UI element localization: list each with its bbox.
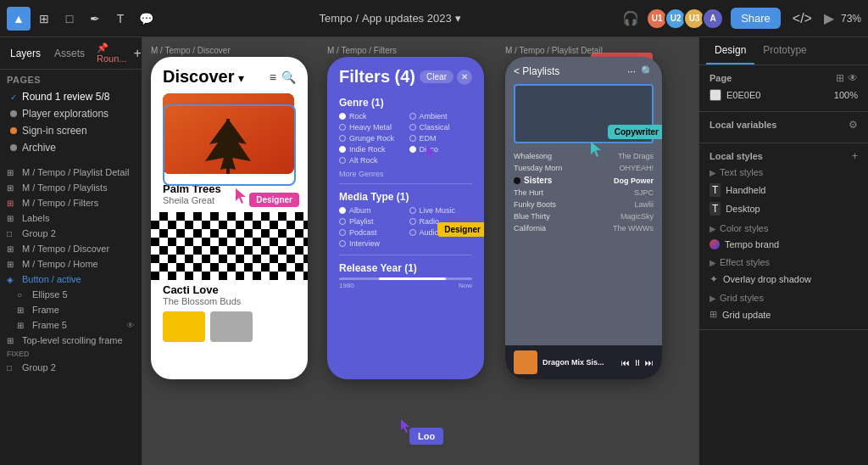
sidebar-add[interactable]: +: [134, 46, 142, 61]
media-live[interactable]: Live Music: [409, 206, 473, 215]
text-style-desktop[interactable]: T Desktop: [709, 199, 858, 218]
media-album[interactable]: Album: [339, 206, 403, 215]
clear-button[interactable]: Clear: [420, 70, 453, 83]
text-tool[interactable]: T: [108, 7, 132, 31]
filters-frame-label: M / Tempo / Filters: [327, 46, 484, 55]
canvas[interactable]: Developer M / Tempo / Discover Discover …: [142, 37, 698, 465]
prev-button[interactable]: ⏮: [621, 358, 630, 367]
zoom-label[interactable]: 73%: [841, 13, 861, 25]
layer-ellipse5[interactable]: ○ Ellipse 5: [0, 287, 142, 302]
effect-styles-expand[interactable]: ▶: [709, 258, 716, 267]
discover-song2-artist: The Blossom Buds: [163, 296, 296, 306]
local-styles-add[interactable]: +: [852, 150, 858, 162]
media-title: Media Type (1): [339, 191, 472, 203]
local-vars-settings[interactable]: ⚙: [849, 119, 858, 131]
layer-group2[interactable]: □ Group 2: [0, 226, 142, 241]
sidebar-pin[interactable]: 📌 Roun...: [97, 42, 126, 64]
grid-styles-group: ▶ Grid styles ⊞ Grid update: [709, 293, 858, 322]
frame-tool[interactable]: ⊞: [32, 7, 56, 31]
select-tool[interactable]: ▲: [7, 7, 31, 31]
more-icon[interactable]: ···: [627, 65, 636, 77]
shape-tool[interactable]: □: [58, 7, 81, 31]
media-interview[interactable]: Interview: [339, 239, 403, 248]
layer-label: Group 2: [22, 362, 56, 373]
genre-edm[interactable]: EDM: [409, 134, 473, 143]
track-row-7: California The WWWs: [514, 222, 654, 234]
search-icon[interactable]: 🔍: [281, 70, 296, 84]
text-style-handheld[interactable]: T Handheld: [709, 181, 858, 199]
layer-home[interactable]: ⊞ M / Tempo / Home: [0, 256, 142, 272]
layer-frame[interactable]: ⊞ Frame: [0, 302, 142, 317]
layer-button-active[interactable]: ◈ Button / active: [0, 272, 142, 287]
layer-discover[interactable]: ⊞ M / Tempo / Discover: [0, 241, 142, 256]
discover-frame-container: M / Tempo / Discover Discover ▾ ≡ 🔍: [151, 46, 308, 379]
layer-frame5[interactable]: ⊞ Frame 5 👁: [0, 317, 142, 333]
page-eye-button[interactable]: 👁: [848, 72, 858, 84]
grid-styles-expand[interactable]: ▶: [709, 294, 716, 303]
page-color-swatch[interactable]: [709, 89, 721, 101]
genre-alt[interactable]: Alt Rock: [339, 156, 403, 165]
playlist-icons: ··· 🔍: [627, 65, 654, 77]
project-name[interactable]: App updates 2023: [362, 12, 452, 25]
grid-style-update[interactable]: ⊞ Grid update: [709, 306, 858, 322]
discover-song2-info: Cacti Love The Blossom Buds: [151, 280, 308, 306]
layer-label: M / Tempo / Playlist Detail: [22, 167, 129, 177]
more-genres[interactable]: More Genres: [327, 168, 484, 180]
pen-tool[interactable]: ✒: [83, 7, 107, 31]
page-item-round1[interactable]: ✓ Round 1 review 5/8: [7, 88, 135, 105]
close-button[interactable]: ✕: [457, 70, 472, 85]
color-style-tempo[interactable]: Tempo brand: [709, 237, 858, 252]
next-button[interactable]: ⏭: [645, 358, 654, 367]
media-podcast[interactable]: Podcast: [339, 228, 403, 237]
layer-frame-icon: ⊞: [7, 168, 19, 177]
layer-playlists[interactable]: ⊞ M / Tempo / Playlists: [0, 180, 142, 195]
tab-assets[interactable]: Assets: [51, 46, 88, 61]
page-item-signin[interactable]: Sign-in screen: [7, 122, 135, 139]
code-button[interactable]: </>: [787, 8, 817, 30]
tab-design[interactable]: Design: [706, 37, 754, 64]
effect-style-shadow[interactable]: ✦ Overlay drop shadow: [709, 271, 858, 288]
page-controls: ⊞ 👁: [836, 72, 858, 84]
genre-grunge[interactable]: Grunge Rock: [339, 134, 403, 143]
layer-group2-fixed[interactable]: □ Group 2: [0, 360, 142, 375]
text-styles-expand[interactable]: ▶: [709, 168, 716, 177]
tab-layers[interactable]: Layers: [7, 46, 44, 61]
release-slider[interactable]: [339, 277, 472, 280]
local-styles-header: Local styles +: [709, 150, 858, 162]
page-opacity-value: 100%: [834, 90, 858, 100]
page-item-archive[interactable]: Archive: [7, 139, 135, 156]
project-chevron[interactable]: ▾: [455, 12, 461, 25]
genre-disco[interactable]: Disco: [409, 145, 473, 154]
playlist-phone[interactable]: < Playlists ··· 🔍 Copywriter W: [505, 57, 662, 379]
search-icon-playlist[interactable]: 🔍: [641, 65, 654, 77]
genre-heavy-metal[interactable]: Heavy Metal: [339, 123, 403, 132]
back-button[interactable]: < Playlists: [514, 65, 559, 77]
local-variables-section: Local variables ⚙: [699, 112, 868, 143]
page-grid-button[interactable]: ⊞: [836, 72, 844, 84]
page-item-player[interactable]: Player explorations: [7, 105, 135, 122]
layer-playlist-detail[interactable]: ⊞ M / Tempo / Playlist Detail: [0, 165, 142, 180]
genre-indie[interactable]: Indie Rock: [339, 145, 403, 154]
local-styles-title: Local styles: [709, 151, 763, 161]
media-playlist[interactable]: Playlist: [339, 217, 403, 226]
color-styles-expand[interactable]: ▶: [709, 224, 716, 233]
genre-classical[interactable]: Classical: [409, 123, 473, 132]
eye-icon[interactable]: 👁: [126, 321, 135, 330]
layer-labels[interactable]: ⊞ Labels: [0, 210, 142, 226]
genre-ambient[interactable]: Ambient: [409, 112, 473, 120]
play-pause-button[interactable]: ⏸: [633, 358, 642, 367]
local-vars-header: Local variables ⚙: [709, 119, 858, 131]
genre-rock[interactable]: Rock: [339, 112, 403, 120]
share-button[interactable]: Share: [731, 8, 781, 29]
release-from: 1980: [339, 282, 354, 289]
player-thumb: [514, 350, 537, 374]
grid-styles-label: Grid styles: [720, 293, 764, 303]
play-button[interactable]: ▶: [824, 10, 834, 26]
filters-phone[interactable]: Filters (4) Clear ✕ Genre (1) Rock Heavy…: [327, 57, 484, 379]
filter-icon[interactable]: ≡: [270, 70, 276, 84]
discover-phone[interactable]: Discover ▾ ≡ 🔍: [151, 57, 308, 379]
comment-tool[interactable]: 💬: [134, 7, 158, 31]
tab-prototype[interactable]: Prototype: [754, 37, 815, 64]
layer-filters[interactable]: ⊞ M / Tempo / Filters: [0, 195, 142, 210]
layer-top-scrolling[interactable]: ⊞ Top-level scrolling frame: [0, 333, 142, 348]
